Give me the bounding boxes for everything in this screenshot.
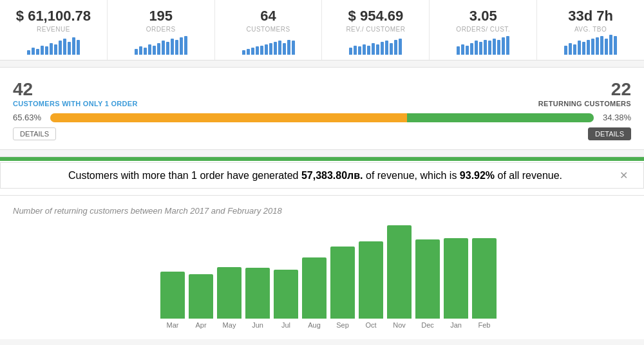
mini-bar <box>242 50 245 55</box>
chart-bar <box>330 247 355 319</box>
mini-bar <box>390 43 393 55</box>
chart-bar <box>245 268 270 319</box>
green-fill <box>407 113 594 122</box>
mini-bar <box>59 41 62 55</box>
close-button[interactable]: ✕ <box>617 169 630 182</box>
metric-card-rev-per-customer: $ 954.69REV./ CUSTOMER <box>322 0 430 60</box>
mini-bar <box>372 43 375 55</box>
mini-bar <box>376 44 379 55</box>
bar-col: Nov <box>387 225 412 329</box>
bar-col: Feb <box>472 238 497 329</box>
returning-count: 22 <box>611 79 631 100</box>
mini-bar <box>385 41 388 55</box>
mini-bars-revenue <box>27 37 80 55</box>
metric-card-orders: 195ORDERS <box>108 0 215 60</box>
mini-bar <box>287 40 290 55</box>
bar-label: Apr <box>195 321 206 329</box>
left-pct: 65.63% <box>13 113 44 122</box>
mini-bar <box>587 40 590 55</box>
metrics-bar: $ 61,100.78REVENUE195ORDERS64CUSTOMERS$ … <box>0 0 644 61</box>
details-row: DETAILS DETAILS <box>13 127 631 140</box>
info-mid: of revenue, which is <box>363 170 460 181</box>
metric-label-orders: ORDERS <box>146 26 176 33</box>
info-suffix: of all revenue. <box>495 170 562 181</box>
mini-bar <box>609 35 612 55</box>
mini-bar <box>283 43 286 55</box>
mini-bars-avg-tbo <box>564 37 617 55</box>
details-right-button[interactable]: DETAILS <box>588 127 631 140</box>
mini-bar <box>394 40 397 55</box>
mini-bar <box>591 39 594 55</box>
mini-bar <box>461 44 464 55</box>
bar-col: May <box>217 267 242 329</box>
chart-bar <box>274 270 298 319</box>
mini-bar <box>358 46 361 55</box>
mini-bar <box>569 43 572 55</box>
mini-bar <box>50 43 53 55</box>
mini-bar <box>77 40 80 55</box>
mini-bar <box>45 46 48 55</box>
bar-label: Jun <box>252 321 263 329</box>
mini-bar <box>399 39 402 55</box>
metric-label-orders-per-customer: ORDERS/ CUST. <box>456 26 510 33</box>
chart-bar <box>359 241 383 319</box>
chart-bar <box>444 238 468 319</box>
mini-bar <box>148 44 151 55</box>
metric-value-customers: 64 <box>260 8 276 24</box>
mini-bar <box>265 44 268 55</box>
mini-bar <box>139 46 142 55</box>
mini-bar <box>144 48 147 55</box>
one-order-label: CUSTOMERS WITH ONLY 1 ORDER <box>13 100 138 107</box>
mini-bar <box>466 46 469 55</box>
mini-bar <box>605 39 608 55</box>
mini-bar <box>354 46 357 55</box>
green-line <box>0 157 644 161</box>
mini-bar <box>475 41 478 55</box>
mini-bar <box>256 46 259 55</box>
chart-title-text: Number of returning customers <box>13 206 128 216</box>
mini-bar <box>349 48 352 55</box>
metric-label-avg-tbo: AVG. TBO <box>574 26 607 33</box>
bar-col: Apr <box>189 274 213 329</box>
bar-chart: MarAprMayJunJulAugSepOctNovDecJanFeb <box>13 226 631 329</box>
mini-bar <box>493 39 496 55</box>
mini-bar <box>479 42 482 55</box>
bar-col: Mar <box>160 272 185 329</box>
mini-bar <box>367 46 370 55</box>
one-order-count: 42 <box>13 79 138 100</box>
bar-col: Sep <box>330 247 355 329</box>
bar-col: Oct <box>359 241 383 329</box>
mini-bars-orders <box>135 37 187 55</box>
mini-bar <box>27 50 30 55</box>
analysis-header: 42 CUSTOMERS WITH ONLY 1 ORDER 22 RETURN… <box>13 79 631 107</box>
chart-section: Number of returning customers between Ma… <box>0 196 644 339</box>
mini-bar <box>582 42 585 55</box>
bar-label: Feb <box>478 321 491 329</box>
mini-bar <box>54 44 57 55</box>
bar-label: Jan <box>450 321 462 329</box>
chart-bar <box>387 225 412 319</box>
mini-bar <box>36 49 39 55</box>
mini-bar <box>162 41 165 55</box>
info-banner: Customers with more than 1 order have ge… <box>0 162 644 189</box>
mini-bar <box>497 40 500 55</box>
mini-bar <box>573 44 576 55</box>
metric-value-orders-per-customer: 3.05 <box>469 8 497 24</box>
metric-value-rev-per-customer: $ 954.69 <box>348 8 404 24</box>
mini-bar <box>614 36 617 55</box>
metric-value-orders: 195 <box>149 8 173 24</box>
bar-col: Jan <box>444 238 468 329</box>
mini-bar <box>153 46 156 55</box>
mini-bar <box>269 43 272 55</box>
mini-bar <box>175 40 178 55</box>
bar-label: Aug <box>308 321 321 329</box>
mini-bar <box>600 36 603 55</box>
mini-bar <box>564 46 567 55</box>
metric-label-rev-per-customer: REV./ CUSTOMER <box>346 26 405 33</box>
details-left-button[interactable]: DETAILS <box>13 127 56 140</box>
mini-bar <box>41 46 44 55</box>
mini-bar <box>157 43 160 55</box>
returning-label: RETURNING CUSTOMERS <box>538 100 631 107</box>
bar-col: Jun <box>245 268 270 329</box>
bar-label: Nov <box>393 321 406 329</box>
